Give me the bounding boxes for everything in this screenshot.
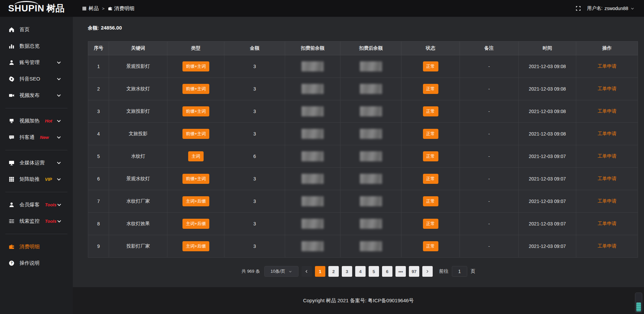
breadcrumb-item-current[interactable]: 消费明细 bbox=[108, 5, 135, 12]
action-cell: 工单申请 bbox=[576, 235, 638, 258]
sidebar-item-user[interactable]: 账号管理 bbox=[0, 54, 73, 71]
remark-cell: - bbox=[460, 213, 518, 235]
sidebar-divider bbox=[5, 150, 67, 150]
type-cell: 前缀+主词 bbox=[167, 168, 224, 190]
menu-badge: VIP bbox=[45, 177, 52, 182]
breadcrumb-item-home[interactable]: 树品 bbox=[82, 5, 99, 12]
work-order-link[interactable]: 工单申请 bbox=[598, 221, 616, 226]
page-ellipsis-button[interactable]: ••• bbox=[395, 266, 406, 277]
action-cell: 工单申请 bbox=[576, 213, 638, 235]
pre-balance-redacted-cell bbox=[285, 100, 340, 123]
row-seq: 9 bbox=[88, 235, 109, 258]
remark-cell: - bbox=[460, 168, 518, 190]
sidebar-item-video-camera[interactable]: 视频发布 bbox=[0, 87, 73, 104]
column-header: 类型 bbox=[167, 42, 224, 55]
footer: Copyright 树品 2021 备案号: 粤ICP备09019646号 bbox=[73, 287, 644, 314]
pre-balance-redacted-cell bbox=[285, 235, 340, 258]
goto-page-input[interactable] bbox=[452, 266, 467, 277]
redacted-value bbox=[360, 106, 382, 116]
action-cell: 工单申请 bbox=[576, 78, 638, 100]
work-order-link[interactable]: 工单申请 bbox=[598, 243, 616, 249]
user-menu[interactable]: 用户名: zswodun88 bbox=[587, 5, 635, 11]
page-button-2[interactable]: 2 bbox=[328, 266, 339, 277]
work-order-link[interactable]: 工单申请 bbox=[598, 176, 616, 181]
prev-page-button[interactable] bbox=[302, 266, 312, 277]
page-button-97[interactable]: 97 bbox=[409, 266, 419, 277]
username-label: 用户名: bbox=[587, 5, 602, 11]
amount-cell: 3 bbox=[224, 168, 285, 190]
sidebar-item-wallet[interactable]: 消费明细 bbox=[0, 239, 73, 255]
sidebar-item-heater[interactable]: 视频加热Hot bbox=[0, 113, 73, 129]
page-button-1[interactable]: 1 bbox=[315, 266, 325, 277]
breadcrumb-separator: > bbox=[102, 6, 105, 11]
work-order-link[interactable]: 工单申请 bbox=[598, 153, 616, 159]
status-badge: 正常 bbox=[423, 196, 438, 206]
breadcrumb: 树品 > 消费明细 bbox=[82, 5, 135, 12]
post-balance-redacted-cell bbox=[340, 235, 401, 258]
redacted-value bbox=[302, 106, 324, 116]
pagination-total: 共 969 条 bbox=[241, 268, 260, 274]
copyright-text: Copyright 树品 2021 备案号: 粤ICP备09019646号 bbox=[303, 298, 414, 304]
time-cell: 2021-12-03 09:08 bbox=[519, 100, 576, 123]
page-button-4[interactable]: 4 bbox=[355, 266, 366, 277]
sidebar-item-bar-chart[interactable]: 数据总览 bbox=[0, 38, 73, 54]
sidebar-item-chat[interactable]: 抖客通New bbox=[0, 129, 73, 146]
chevron-left-icon bbox=[305, 269, 309, 273]
pre-balance-redacted-cell bbox=[285, 78, 340, 100]
row-seq: 3 bbox=[88, 100, 109, 123]
redacted-value bbox=[360, 241, 382, 251]
sidebar-item-user[interactable]: 会员爆客Tools bbox=[0, 197, 73, 213]
work-order-link[interactable]: 工单申请 bbox=[598, 86, 616, 91]
sidebar-item-label: 会员爆客 bbox=[19, 202, 40, 208]
amount-cell: 3 bbox=[224, 78, 285, 100]
pre-balance-redacted-cell bbox=[285, 213, 340, 235]
sidebar-item-home[interactable]: 首页 bbox=[0, 21, 73, 38]
svg-text:?: ? bbox=[10, 261, 12, 265]
work-order-link[interactable]: 工单申请 bbox=[598, 198, 616, 204]
keyword-cell: 水纹灯效果 bbox=[109, 213, 167, 235]
status-badge: 正常 bbox=[423, 219, 438, 229]
sidebar-item-gear[interactable]: 抖音SEO bbox=[0, 71, 73, 87]
gear-icon bbox=[9, 76, 14, 82]
page-button-5[interactable]: 5 bbox=[369, 266, 379, 277]
pre-balance-redacted-cell bbox=[285, 168, 340, 190]
sidebar-item-grid[interactable]: 矩阵助推VIP bbox=[0, 171, 73, 188]
column-header: 操作 bbox=[576, 42, 638, 55]
floating-widget[interactable] bbox=[635, 293, 642, 313]
goto-suffix: 页 bbox=[471, 268, 475, 274]
work-order-link[interactable]: 工单申请 bbox=[598, 63, 616, 69]
column-header: 扣费前余额 bbox=[285, 42, 340, 55]
page-button-6[interactable]: 6 bbox=[382, 266, 392, 277]
redacted-value bbox=[302, 129, 324, 139]
type-badge: 主词 bbox=[188, 151, 204, 161]
chevron-down-icon bbox=[56, 93, 62, 98]
sidebar-item-sliders[interactable]: 线索监控Tools bbox=[0, 213, 73, 229]
remark-cell: - bbox=[460, 235, 518, 258]
table-row: 2文旅水纹灯前缀+主词3正常-2021-12-03 09:08工单申请 bbox=[88, 78, 638, 100]
redacted-value bbox=[302, 219, 324, 229]
work-order-link[interactable]: 工单申请 bbox=[598, 131, 616, 136]
keyword-cell: 文旅投影 bbox=[109, 123, 167, 145]
amount-cell: 3 bbox=[224, 235, 285, 258]
page-size-select[interactable]: 10条/页 bbox=[264, 266, 299, 277]
fullscreen-icon[interactable] bbox=[576, 6, 581, 11]
menu-badge: New bbox=[40, 135, 49, 140]
type-cell: 主词+后缀 bbox=[167, 190, 224, 213]
next-page-button[interactable] bbox=[422, 266, 433, 277]
page-button-3[interactable]: 3 bbox=[342, 266, 352, 277]
table-row: 3文旅投影灯前缀+主词3正常-2021-12-03 09:08工单申请 bbox=[88, 100, 638, 123]
remark-cell: - bbox=[460, 55, 518, 78]
redacted-value bbox=[302, 151, 324, 161]
sidebar-item-monitor[interactable]: 全媒体运营 bbox=[0, 155, 73, 171]
type-cell: 前缀+主词 bbox=[167, 123, 224, 145]
redacted-value bbox=[302, 61, 324, 71]
page-size-value: 10条/页 bbox=[270, 268, 285, 274]
status-cell: 正常 bbox=[401, 213, 460, 235]
sidebar-item-question[interactable]: ?操作说明 bbox=[0, 255, 73, 271]
table-row: 5水纹灯主词6正常-2021-12-03 09:07工单申请 bbox=[88, 145, 638, 168]
remark-cell: - bbox=[460, 190, 518, 213]
row-seq: 8 bbox=[88, 213, 109, 235]
pre-balance-redacted-cell bbox=[285, 55, 340, 78]
work-order-link[interactable]: 工单申请 bbox=[598, 108, 616, 114]
breadcrumb-label: 消费明细 bbox=[114, 5, 135, 12]
